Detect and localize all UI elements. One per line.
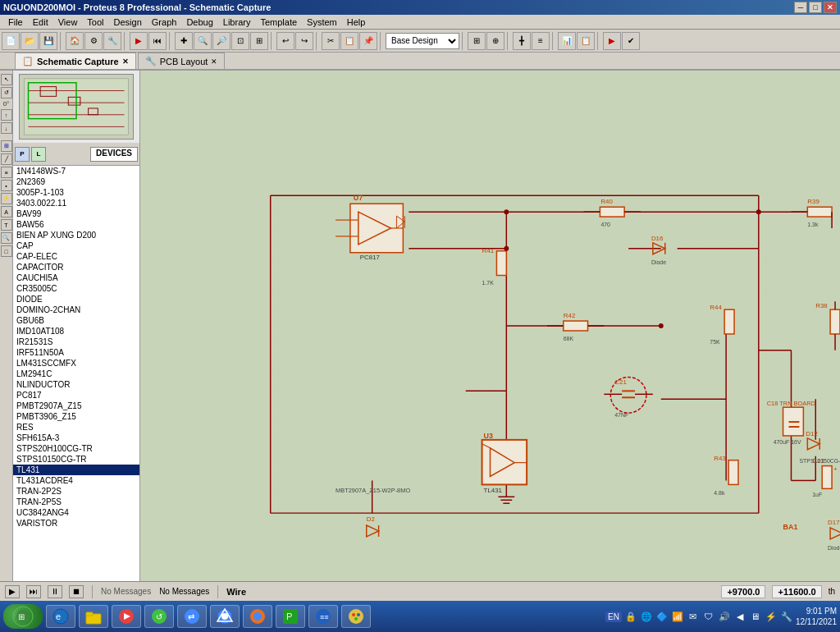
component-item[interactable]: PC817 [13,390,139,401]
taskbar-arrows[interactable]: ⇄ [177,605,207,628]
menu-design[interactable]: Design [109,16,147,28]
component-item[interactable]: CR35005C [13,283,139,294]
component-item[interactable]: DOMINO-2CHAN [13,305,139,315]
label-mode[interactable]: A [1,206,12,218]
undo-button[interactable]: ↩ [276,32,294,50]
clock-display[interactable]: 9:01 PM 12/11/2021 [796,606,837,627]
tray-icon4[interactable]: 🔧 [780,610,793,623]
home-button[interactable]: 🏠 [66,32,84,50]
tray-mail[interactable]: ✉ [687,610,700,623]
tray-icon3[interactable]: ⚡ [765,610,778,623]
tab-pcb[interactable]: 🔧 PCB Layout ✕ [138,53,226,69]
panel-p-button[interactable]: P [15,147,30,162]
component-mode[interactable]: ⊞ [1,140,12,152]
component-item[interactable]: PMBT2907A_Z15 [13,401,139,411]
power-mode[interactable]: ⚡ [1,193,12,204]
component-item[interactable]: TRAN-2P2S [13,486,139,497]
component-item[interactable]: CAP-ELEC [13,251,139,262]
taskbar-blueapp[interactable]: ≡≡ [308,605,338,628]
maximize-button[interactable]: □ [809,2,822,13]
component-item[interactable]: SFH615A-3 [13,433,139,443]
component-item[interactable]: GBU6B [13,315,139,326]
pointer-tool[interactable]: ↖ [1,74,12,85]
component-item[interactable]: UC3842ANG4 [13,507,139,518]
junction-mode[interactable]: • [1,180,12,191]
taskbar-palette[interactable] [341,605,371,628]
zoom-in-button[interactable]: 🔍 [194,32,212,50]
redo-button[interactable]: ↪ [295,32,313,50]
start-button[interactable]: ⊞ [3,604,43,629]
zoom-out-button[interactable]: 🔎 [212,32,231,50]
menu-library[interactable]: Library [218,16,256,28]
taskbar-green[interactable]: ↺ [144,605,174,628]
component-item[interactable]: 3403.0022.11 [13,198,139,208]
menu-help[interactable]: Help [342,16,371,28]
tray-lock[interactable]: 🔒 [624,610,637,623]
zoom-area-button[interactable]: ⊞ [250,32,268,50]
wire-mode[interactable]: ╱ [1,153,12,165]
schematic-canvas[interactable]: PC817 U7 R40 470 R39 1.3k R41 1.7K D16 D… [140,71,840,581]
menu-tool[interactable]: Tool [82,16,108,28]
menu-template[interactable]: Template [255,16,302,28]
tray-icon2[interactable]: 🖥 [749,610,762,623]
up-tool[interactable]: ↑ [1,109,12,121]
menu-file[interactable]: File [3,16,28,28]
open-button[interactable]: 📂 [21,32,39,50]
component-item[interactable]: TL431ACDRE4 [13,475,139,486]
route-button[interactable]: ╋ [513,32,531,50]
design-dropdown[interactable]: Base Design [386,33,459,49]
taskbar-folder[interactable] [79,605,108,628]
component-item[interactable]: LM431SCCMFX [13,358,139,369]
zoom-fit-button[interactable]: ⊡ [231,32,249,50]
tray-volume[interactable]: 🔊 [718,610,731,623]
component-item[interactable]: CAPACITOR [13,262,139,272]
component-item[interactable]: LM2941C [13,369,139,379]
bus-mode[interactable]: ≡ [1,167,12,178]
component-item[interactable]: NLINDUCTOR [13,379,139,390]
save-button[interactable]: 💾 [39,32,57,50]
menu-edit[interactable]: Edit [28,16,53,28]
origin-button[interactable]: ⊕ [486,32,504,50]
component-item[interactable]: STPS20H100CG-TR [13,443,139,454]
component-item[interactable]: TRAN-2P5S [13,497,139,507]
copy-button[interactable]: 📋 [340,32,358,50]
netlist-button[interactable]: 📊 [558,32,576,50]
component-item[interactable]: CAP [13,240,139,251]
component-item[interactable]: IRF511N50A [13,347,139,358]
component-item[interactable]: PMBT3906_Z15 [13,411,139,422]
component-item[interactable]: TL431 [13,465,139,475]
component-item[interactable]: VARISTOR [13,518,139,529]
component-item[interactable]: BAV99 [13,208,139,219]
tray-bluetooth[interactable]: 🔷 [655,610,669,623]
component-item[interactable]: CAUCHI5A [13,272,139,283]
tray-more[interactable]: ◀ [733,610,746,623]
grid-button[interactable]: ⊞ [468,32,486,50]
play-status-btn[interactable]: ▶ [5,585,20,598]
tray-shield[interactable]: 🛡 [702,610,715,623]
component-button[interactable]: 🔧 [103,32,121,50]
menu-system[interactable]: System [302,16,342,28]
component-list[interactable]: 1N4148WS-72N23693005P-1-1033403.0022.11B… [13,166,139,581]
rotate-tool[interactable]: ↺ [1,87,12,98]
stop-status-btn[interactable]: ⏹ [69,585,84,598]
tray-wifi[interactable]: 📶 [671,610,684,623]
new-button[interactable]: 📄 [2,32,20,50]
component-item[interactable]: IMD10AT108 [13,326,139,337]
taskbar-chrome[interactable] [210,605,240,628]
menu-view[interactable]: View [53,16,83,28]
devices-tab[interactable]: DEVICES [90,147,138,162]
component-item[interactable]: 1N4148WS-7 [13,166,139,176]
component-item[interactable]: BIEN AP XUNG D200 [13,230,139,240]
taskbar-firefox[interactable] [243,605,272,628]
settings-button[interactable]: ⚙ [84,32,103,50]
rewind-button[interactable]: ⏮ [148,32,167,50]
select-mode[interactable]: □ [1,245,12,257]
pause-status-btn[interactable]: ⏸ [48,585,62,598]
schematic-tab-close[interactable]: ✕ [122,57,129,66]
component-item[interactable]: RES [13,422,139,433]
taskbar-media[interactable] [112,605,141,628]
component-item[interactable]: IR21531S [13,337,139,347]
pcb-tab-close[interactable]: ✕ [211,57,217,66]
cut-button[interactable]: ✂ [322,32,340,50]
minimize-button[interactable]: ─ [794,2,807,13]
